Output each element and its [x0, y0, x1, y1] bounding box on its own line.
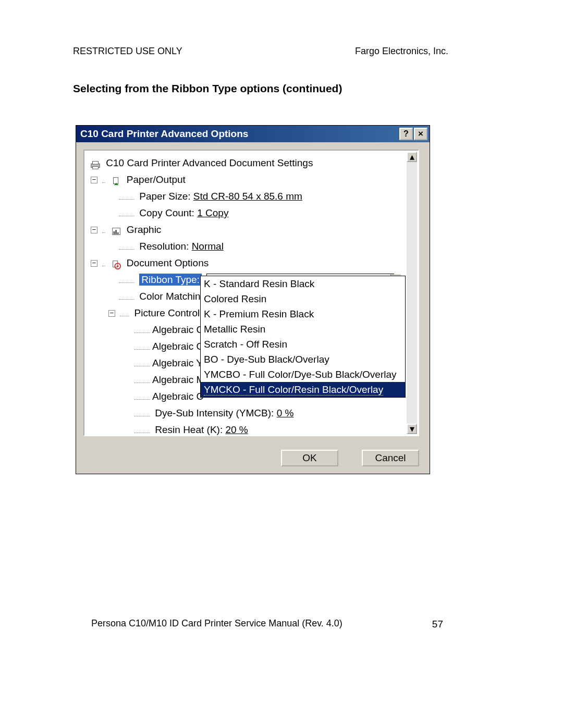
printer-icon	[90, 158, 101, 169]
ribbon-type-label[interactable]: Ribbon Type:	[139, 274, 202, 286]
help-button[interactable]: ?	[399, 128, 413, 140]
document-options-label: Document Options	[127, 257, 209, 268]
header-company: Fargo Electronics, Inc.	[355, 46, 448, 57]
svg-rect-1	[93, 162, 99, 165]
dropdown-item[interactable]: BO - Dye-Sub Black/Overlay	[201, 352, 405, 367]
dropdown-item[interactable]: K - Standard Resin Black	[201, 276, 405, 291]
resolution-label: Resolution:	[139, 241, 191, 252]
dropdown-item[interactable]: YMCBO - Full Color/Dye-Sub Black/Overlay	[201, 367, 405, 382]
footer-page-number: 57	[432, 619, 443, 630]
dropdown-item[interactable]: Metallic Resin	[201, 322, 405, 337]
copy-count-label: Copy Count:	[139, 207, 197, 218]
expand-toggle[interactable]: −	[108, 310, 115, 317]
scroll-down-button[interactable]: ▾	[407, 424, 417, 434]
algebraic-row: Algebraic Y	[152, 357, 203, 368]
dropdown-item-selected[interactable]: YMCKO - Full Color/Resin Black/Overlay	[201, 382, 405, 397]
advanced-options-dialog: C10 Card Printer Advanced Options ? × C1…	[76, 125, 430, 474]
algebraic-row: Algebraic C	[152, 391, 203, 402]
tree-root-label: C10 Card Printer Advanced Document Setti…	[106, 157, 313, 168]
ribbon-type-dropdown[interactable]: K - Standard Resin Black Colored Resin K…	[200, 276, 406, 398]
svg-rect-5	[113, 231, 115, 235]
dyesub-intensity-label: Dye-Sub Intensity (YMCB):	[155, 408, 276, 418]
expand-toggle[interactable]: −	[91, 227, 97, 233]
copy-count-value[interactable]: 1 Copy	[197, 207, 228, 218]
svg-point-10	[116, 265, 118, 267]
settings-tree[interactable]: C10 Card Printer Advanced Document Setti…	[83, 150, 419, 436]
svg-rect-7	[117, 232, 118, 235]
footer-manual-name: Persona C10/M10 ID Card Printer Service …	[91, 618, 342, 629]
svg-rect-3	[113, 178, 118, 184]
ok-button[interactable]: OK	[281, 450, 338, 466]
scroll-up-button[interactable]: ▴	[407, 152, 417, 162]
dropdown-item[interactable]: Scratch - Off Resin	[201, 337, 405, 352]
dialog-title: C10 Card Printer Advanced Options	[80, 128, 398, 140]
graphic-icon	[111, 225, 122, 236]
color-matching-label: Color Matching	[139, 291, 206, 302]
tree-scrollbar[interactable]: ▴ ▾	[407, 152, 417, 434]
resolution-value[interactable]: Normal	[192, 241, 224, 252]
picture-controls-label: Picture Control	[134, 307, 200, 318]
expand-toggle[interactable]: −	[91, 177, 97, 183]
section-title: Selecting from the Ribbon Type options (…	[73, 82, 342, 95]
title-bar[interactable]: C10 Card Printer Advanced Options ? ×	[76, 126, 430, 142]
paper-size-label: Paper Size:	[139, 191, 193, 202]
resin-heat-value[interactable]: 20 %	[225, 424, 248, 435]
dropdown-item[interactable]: K - Premium Resin Black	[201, 306, 405, 322]
document-options-icon	[111, 258, 122, 269]
expand-toggle[interactable]: −	[91, 260, 97, 267]
dropdown-item[interactable]: Colored Resin	[201, 291, 405, 306]
close-button[interactable]: ×	[414, 128, 427, 140]
algebraic-row: Algebraic M	[152, 374, 204, 385]
paper-output-icon	[111, 175, 122, 186]
paper-output-label: Paper/Output	[127, 174, 186, 185]
dyesub-intensity-value[interactable]: 0 %	[277, 408, 294, 418]
header-restricted: RESTRICTED USE ONLY	[73, 46, 182, 57]
svg-rect-2	[93, 167, 99, 169]
cancel-button[interactable]: Cancel	[362, 450, 419, 466]
graphic-label: Graphic	[127, 224, 162, 235]
algebraic-row: Algebraic C	[152, 324, 203, 335]
svg-rect-6	[115, 230, 117, 234]
paper-size-value[interactable]: Std CR-80 54 x 85.6 mm	[193, 191, 302, 202]
resin-heat-label: Resin Heat (K):	[155, 424, 225, 435]
algebraic-row: Algebraic G	[152, 341, 204, 352]
